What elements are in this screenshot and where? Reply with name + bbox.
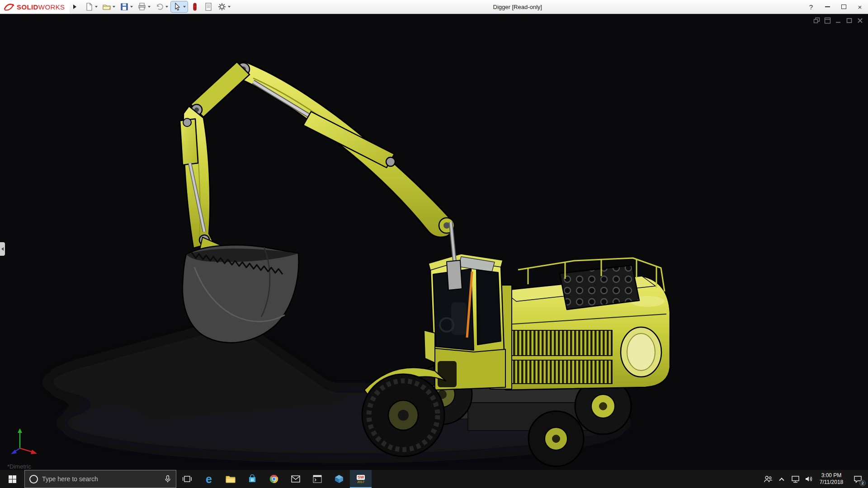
- rebuild-button[interactable]: [189, 1, 201, 12]
- dropdown-icon[interactable]: [148, 6, 151, 8]
- rebuild-icon: [190, 2, 199, 11]
- document-window-controls: [813, 17, 863, 24]
- chevron-up-icon: [779, 478, 784, 483]
- taskbar-app-mail[interactable]: [285, 470, 307, 488]
- task-view-icon: [183, 475, 192, 483]
- command-prompt-icon: [313, 475, 322, 483]
- doc-close-icon[interactable]: [857, 17, 863, 24]
- taskbar-app-edge[interactable]: e: [198, 470, 220, 488]
- sw-label: SW: [357, 475, 365, 480]
- speaker-icon: [805, 475, 813, 483]
- orientation-triad: [7, 427, 43, 458]
- print-icon: [137, 2, 146, 11]
- people-icon: [764, 475, 773, 483]
- open-button[interactable]: [100, 1, 117, 12]
- volume-button[interactable]: [802, 470, 816, 488]
- undo-button[interactable]: [153, 1, 170, 12]
- ds-logo-icon: [4, 3, 14, 11]
- action-center-button[interactable]: 2: [847, 470, 868, 488]
- graphics-viewport[interactable]: *Dimetric: [0, 14, 868, 470]
- taskbar-app-file-explorer[interactable]: [220, 470, 241, 488]
- caption-buttons: ? ×: [803, 0, 868, 14]
- mail-icon: [291, 475, 300, 483]
- featuremanager-flyout-tab[interactable]: [0, 242, 5, 256]
- people-button[interactable]: [761, 470, 775, 488]
- taskbar-clock[interactable]: 3:00 PM 7/11/2018: [816, 470, 847, 488]
- maximize-icon: [841, 5, 846, 9]
- file-properties-button[interactable]: [202, 1, 215, 12]
- taskbar-search[interactable]: [24, 470, 176, 488]
- undo-icon: [155, 2, 164, 11]
- task-view-button[interactable]: [176, 470, 198, 488]
- windows-logo-icon: [9, 475, 16, 483]
- open-folder-icon: [102, 2, 111, 11]
- doc-cascade-icon[interactable]: [813, 17, 820, 24]
- dropdown-icon[interactable]: [130, 6, 133, 8]
- notification-badge: 2: [859, 480, 866, 486]
- wheel-front-near[interactable]: [362, 374, 444, 456]
- search-input[interactable]: [42, 475, 160, 483]
- dropdown-icon[interactable]: [228, 6, 231, 8]
- dropdown-icon[interactable]: [113, 6, 115, 8]
- taskbar-app-command-prompt[interactable]: [307, 470, 328, 488]
- dropdown-icon[interactable]: [165, 6, 168, 8]
- show-hidden-icons-button[interactable]: [775, 470, 788, 488]
- options-button[interactable]: [216, 1, 232, 12]
- window-title: Digger [Read-only]: [232, 4, 803, 10]
- select-button[interactable]: [171, 1, 188, 12]
- save-icon: [120, 2, 129, 11]
- file-explorer-icon: [226, 475, 236, 483]
- edrawings-cube-icon: [335, 474, 344, 483]
- close-icon: ×: [858, 3, 862, 11]
- cortana-icon[interactable]: [29, 475, 38, 483]
- minimize-icon: [825, 6, 830, 7]
- store-icon: [248, 474, 257, 483]
- windows-taskbar: e: [0, 470, 868, 488]
- taskbar-app-solidworks-2017[interactable]: SW 2017: [350, 470, 372, 488]
- solidworks-logo: SOLIDWORKS: [0, 0, 70, 14]
- title-bar: SOLIDWORKS: [0, 0, 868, 14]
- dropdown-icon[interactable]: [183, 6, 186, 8]
- menu-flyout-icon[interactable]: [73, 5, 76, 9]
- minimize-button[interactable]: [819, 0, 835, 14]
- system-tray: 3:00 PM 7/11/2018 2: [761, 470, 868, 488]
- dropdown-icon[interactable]: [95, 6, 98, 8]
- taskbar-app-store[interactable]: [241, 470, 263, 488]
- microphone-icon[interactable]: [164, 475, 171, 483]
- chevron-left-icon: [1, 247, 4, 251]
- doc-minimize-icon[interactable]: [835, 17, 842, 24]
- chrome-icon: [269, 474, 278, 483]
- maximize-button[interactable]: [835, 0, 852, 14]
- solidworks-2017-icon: SW 2017: [357, 475, 365, 483]
- taskbar-app-chrome[interactable]: [263, 470, 285, 488]
- solidworks-window: SOLIDWORKS: [0, 0, 868, 488]
- edge-icon: e: [206, 474, 212, 485]
- clock-date: 7/11/2018: [820, 479, 844, 486]
- brand-text: SOLIDWORKS: [17, 3, 65, 11]
- options-gear-icon: [217, 2, 226, 11]
- close-button[interactable]: ×: [852, 0, 868, 14]
- file-properties-icon: [204, 2, 213, 11]
- standard-toolbar: [83, 1, 232, 12]
- view-orientation-label: *Dimetric: [7, 463, 31, 470]
- cab[interactable]: [424, 254, 512, 390]
- brand-works: WORKS: [38, 3, 65, 11]
- taskbar-app-edrawings[interactable]: [328, 470, 350, 488]
- select-cursor-icon: [173, 2, 182, 11]
- doc-restore-icon[interactable]: [846, 17, 853, 24]
- help-icon: ?: [809, 3, 813, 11]
- doc-new-window-icon[interactable]: [824, 17, 831, 24]
- help-button[interactable]: ?: [803, 0, 819, 14]
- new-document-icon: [85, 2, 94, 11]
- new-document-button[interactable]: [83, 1, 99, 12]
- network-icon: [791, 475, 800, 483]
- wheel-rear-near[interactable]: [528, 411, 584, 466]
- start-button[interactable]: [0, 470, 24, 488]
- brand-solid: SOLID: [17, 3, 38, 11]
- network-button[interactable]: [788, 470, 802, 488]
- clock-time: 3:00 PM: [821, 472, 842, 479]
- sw-year: 2017: [357, 480, 364, 483]
- save-button[interactable]: [118, 1, 135, 12]
- excavator-model[interactable]: [0, 14, 868, 470]
- print-button[interactable]: [136, 1, 152, 12]
